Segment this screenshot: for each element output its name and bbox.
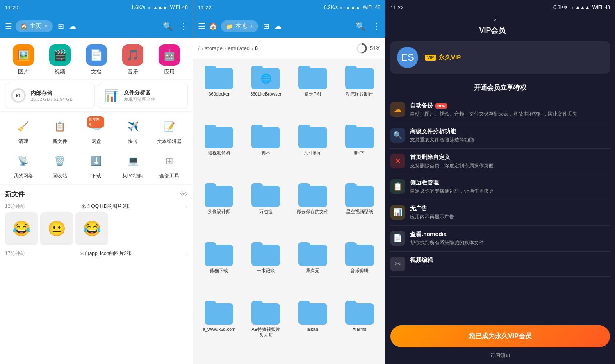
back-button[interactable]: ←	[492, 15, 501, 25]
cat-video[interactable]: 🎬 视频	[41, 44, 78, 75]
file-group-1[interactable]: 12分钟前 来自QQ HD的图片3张 › 😂 😐 😂	[5, 203, 188, 245]
file-item[interactable]: 听·下	[337, 121, 382, 179]
file-item[interactable]: 360docker	[196, 62, 241, 120]
tool-pcaccess[interactable]: 💻 从PC访问	[115, 152, 151, 180]
perk-desc-nomedia: 帮你找到所有系统隐藏的媒体文件	[410, 239, 610, 246]
internal-storage-card[interactable]: 51 内部存储 26.32 GB / 51.54 GB	[5, 83, 95, 108]
file-item[interactable]: 熊猫下载	[196, 239, 241, 296]
perk-name-nomedia: 查看.nomedia	[410, 231, 610, 238]
folder-label: 360docker	[208, 91, 229, 97]
file-analyzer-card[interactable]: 📊 文件分析器 发现可清理文件	[98, 83, 188, 108]
status-indicators-1: 1.6K/s ⎄ ▲▲▲ WiFi 48	[131, 5, 188, 10]
vip-nav-bar: ← VIP会员	[385, 15, 615, 38]
file-item[interactable]: 万磁搜	[243, 180, 288, 237]
file-item[interactable]: 音乐剪辑	[337, 239, 382, 296]
perk-item-homepage-custom[interactable]: ✕首页删除自定义支持删除首页，深度定制专属操作页面	[390, 149, 610, 175]
folder-label: 360LiteBrowser	[250, 91, 281, 97]
file-item[interactable]: 星空视频壁纸	[337, 180, 382, 237]
vip-sub-link[interactable]: 订阅须知	[385, 352, 615, 359]
breadcrumb-storage[interactable]: storage	[205, 45, 223, 51]
breadcrumb-chevron-1: ›	[201, 45, 203, 52]
file-item[interactable]: 异次元	[290, 239, 335, 296]
file-item[interactable]: 头像设计师	[196, 180, 241, 237]
file-item[interactable]: 短视频解析	[196, 121, 241, 179]
file-item[interactable]: a_www.x6d.com	[196, 298, 241, 361]
perk-desc-homepage-custom: 支持删除首页，深度定制专属操作页面	[410, 162, 610, 169]
avatar-text: ES	[401, 52, 414, 63]
tool-alltools[interactable]: ⊞ 全部工具	[151, 152, 188, 180]
file-group-2[interactable]: 17分钟前 来自app_icon的图片2张 ›	[5, 250, 188, 257]
bluetooth-icon-3: ⎄	[570, 5, 573, 10]
breadcrumb-emulated[interactable]: emulated	[228, 45, 250, 51]
perk-item-auto-backup[interactable]: ☁自动备份new自动把图片、视频、音频、文件夹保存到云盘，释放本地空间，防止文件…	[390, 97, 610, 123]
perk-content-auto-backup: 自动备份new自动把图片、视频、音频、文件夹保存到云盘，释放本地空间，防止文件丢…	[410, 102, 610, 118]
folder-label: 音乐剪辑	[351, 268, 369, 273]
cat-docs[interactable]: 📄 文档	[78, 44, 114, 75]
cloud-icon-nav[interactable]: ☁	[69, 22, 76, 31]
file-group-time-1: 12分钟前	[5, 203, 25, 210]
file-item[interactable]: Alarms	[337, 298, 382, 361]
cat-apps[interactable]: 🤖 应用	[151, 44, 188, 75]
more-button-1[interactable]: ⋮	[180, 21, 188, 31]
perk-name-text: 首页删除自定义	[410, 154, 450, 161]
folder-label: AE特效视频片头大师	[249, 326, 282, 338]
perk-item-file-analysis[interactable]: 🔍高级文件分析功能支持重复文件智能筛选等功能	[390, 123, 610, 149]
tool-texteditor[interactable]: 📝 文本编辑器	[151, 117, 188, 145]
folder-icon	[345, 242, 374, 266]
tool-clean[interactable]: 🧹 清理	[5, 117, 41, 145]
file-item[interactable]: 六寸地图	[290, 121, 335, 179]
file-item[interactable]: 微云保存的文件	[290, 180, 335, 237]
breadcrumb-0[interactable]: 0	[255, 45, 258, 51]
folder-icon	[205, 183, 233, 207]
tool-recycle[interactable]: 🗑️ 回收站	[41, 152, 78, 180]
tool-quicksend[interactable]: ✈️ 快传	[115, 117, 151, 145]
tool-clean-icon: 🧹	[14, 117, 33, 136]
file-group-arrow-2: ›	[186, 250, 188, 257]
home-tab[interactable]: 🏠 主页 ✕	[16, 20, 53, 32]
eye-icon[interactable]: 👁	[180, 190, 188, 199]
file-item[interactable]: 暴走P图	[290, 62, 335, 120]
cat-photos[interactable]: 🖼️ 图片	[5, 44, 41, 75]
tool-download-icon: ⬇️	[87, 152, 106, 171]
file-item[interactable]: aikan	[290, 298, 335, 361]
status-bar-1: 11:20 1.6K/s ⎄ ▲▲▲ WiFi 48	[0, 0, 193, 15]
tool-mynetwork[interactable]: 📡 我的网络	[5, 152, 41, 180]
file-group-meta-2: 17分钟前 来自app_icon的图片2张 ›	[5, 250, 188, 257]
home-tab-close[interactable]: ✕	[44, 23, 48, 29]
file-item[interactable]: 脚本	[243, 121, 288, 179]
folder-icon	[345, 183, 374, 207]
perk-item-sidebar-manage[interactable]: 📋侧边栏管理自定义你的专属侧边栏，让操作更快捷	[390, 174, 610, 200]
tab-add-icon[interactable]: ⊞	[58, 22, 64, 31]
menu-icon-2[interactable]: ☰	[198, 21, 205, 31]
tab-add-icon-2[interactable]: ⊞	[263, 22, 269, 31]
cat-music[interactable]: 🎵 音乐	[115, 44, 151, 75]
vip-cta-button[interactable]: 您已成为永久VIP会员	[390, 325, 610, 347]
perk-item-no-ads[interactable]: 📊无广告应用内不再显示广告	[390, 200, 610, 226]
perk-content-sidebar-manage: 侧边栏管理自定义你的专属侧边栏，让操作更快捷	[410, 179, 610, 195]
perk-item-video-edit[interactable]: ✂视频编辑	[390, 252, 610, 277]
home-nav-icon-2[interactable]: 🏠	[209, 22, 218, 31]
category-grid: 🖼️ 图片 🎬 视频 📄 文档 🎵 音乐 🤖 应用	[0, 38, 193, 79]
perk-name-auto-backup: 自动备份new	[410, 102, 610, 109]
search-button-1[interactable]: 🔍	[163, 21, 173, 31]
file-item[interactable]: AE特效视频片头大师	[243, 298, 288, 361]
cloud-nav-2[interactable]: ☁	[274, 22, 282, 31]
search-button-2[interactable]: 🔍	[355, 21, 366, 31]
folder-label: 微云保存的文件	[297, 209, 328, 214]
folder-label: 暴走P图	[304, 91, 321, 97]
tool-newfile[interactable]: 📋 新文件	[41, 117, 78, 145]
local-tab-close[interactable]: ✕	[249, 23, 253, 29]
menu-icon-1[interactable]: ☰	[5, 21, 12, 31]
breadcrumb-root[interactable]: /	[198, 45, 200, 52]
local-tab[interactable]: 📁 本地 ✕	[221, 20, 258, 32]
file-item[interactable]: 一木记账	[243, 239, 288, 296]
storage-progress-circle: 51	[10, 87, 27, 104]
file-group-arrow-1: ›	[186, 203, 188, 210]
tool-download[interactable]: ⬇️ 下载	[78, 152, 114, 180]
perk-item-nomedia[interactable]: 📄查看.nomedia帮你找到所有系统隐藏的媒体文件	[390, 226, 610, 252]
tool-netdisk[interactable]: ☁️ 百度网盘 网盘	[78, 117, 114, 145]
more-button-2[interactable]: ⋮	[372, 21, 380, 31]
file-item[interactable]: 🌐360LiteBrowser	[243, 62, 288, 120]
file-item[interactable]: 动态图片制作	[337, 62, 382, 120]
new-files-title: 新文件	[5, 190, 25, 199]
